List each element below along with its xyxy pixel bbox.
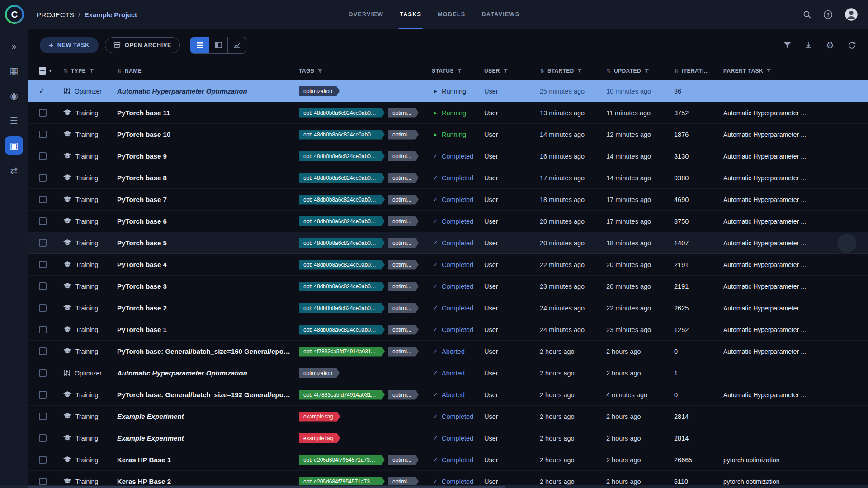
download-icon[interactable] — [804, 41, 812, 49]
sidebar-item-hyper-datasets[interactable]: ☰ — [5, 112, 23, 130]
row-checkbox[interactable] — [39, 131, 47, 138]
row-checkbox[interactable] — [39, 109, 47, 117]
column-header-updated[interactable]: ⇅UPDATED — [606, 68, 674, 74]
column-filter-icon[interactable] — [644, 68, 649, 73]
tag-pill[interactable]: opt: 48db0b8a6c824ce0ab06... — [299, 325, 385, 335]
table-row[interactable]: ✓ Training PyTorch base 3 opt: 48db0b8a6… — [28, 276, 868, 297]
new-task-button[interactable]: + NEW TASK — [40, 37, 99, 53]
sort-icon[interactable]: ⇅ — [117, 68, 122, 74]
task-name[interactable]: PyTorch base 1 — [117, 326, 167, 333]
tag-pill[interactable]: optimization — [299, 86, 340, 96]
column-filter-icon[interactable] — [766, 68, 771, 73]
table-row[interactable]: ✓ Training PyTorch base 6 opt: 48db0b8a6… — [28, 211, 868, 232]
table-row[interactable]: ✓ Optimizer Automatic Hyperparameter Opt… — [28, 362, 868, 384]
column-header-tags[interactable]: TAGS — [299, 68, 432, 74]
column-header-user[interactable]: USER — [484, 68, 540, 74]
tab-dataviews[interactable]: DATAVIEWS — [481, 0, 519, 29]
sort-icon[interactable]: ⇅ — [63, 68, 68, 74]
tag-pill[interactable]: opt: 48db0b8a6c824ce0ab06... — [299, 216, 385, 226]
column-header-name[interactable]: ⇅NAME — [116, 68, 299, 74]
table-row[interactable]: ✓ Training PyTorch base 2 opt: 48db0b8a6… — [28, 297, 868, 319]
tag-pill[interactable]: optimi... — [388, 455, 419, 465]
sidebar-item-pipelines[interactable]: ◉ — [5, 87, 23, 105]
tag-pill[interactable]: opt: 48db0b8a6c824ce0ab06... — [299, 303, 385, 313]
table-row[interactable]: ✓ Training PyTorch base 10 opt: 48db0b8a… — [28, 124, 868, 145]
task-name[interactable]: PyTorch base 6 — [117, 217, 167, 225]
row-checkbox[interactable] — [39, 456, 47, 464]
row-checkbox[interactable] — [39, 304, 47, 312]
tag-pill[interactable]: optimi... — [388, 130, 419, 140]
tag-pill[interactable]: example tag — [299, 433, 340, 443]
task-name[interactable]: Automatic Hyperparameter Optimization — [117, 369, 247, 377]
task-name[interactable]: Example Experiment — [117, 413, 184, 420]
clearml-logo[interactable]: C — [5, 5, 24, 24]
table-row[interactable]: ✓ Training PyTorch base: General/batch_s… — [28, 341, 868, 362]
row-checkbox[interactable] — [39, 261, 47, 268]
task-name[interactable]: PyTorch base 2 — [117, 304, 167, 312]
row-checkbox[interactable] — [39, 413, 47, 420]
tag-pill[interactable]: opt: 4f7833ca5fd74914a0311... — [299, 347, 385, 357]
row-checkbox[interactable] — [39, 434, 47, 442]
task-name[interactable]: Keras HP Base 1 — [117, 456, 171, 464]
tag-pill[interactable]: optimi... — [388, 238, 419, 248]
table-row[interactable]: ✓ Optimizer Automatic Hyperparameter Opt… — [28, 80, 868, 102]
task-name[interactable]: PyTorch base 10 — [117, 131, 170, 138]
tag-pill[interactable]: optimi... — [388, 347, 419, 357]
open-archive-button[interactable]: OPEN ARCHIVE — [105, 37, 180, 53]
task-name[interactable]: PyTorch base: General/batch_size=192 Gen… — [117, 391, 292, 399]
column-header-status[interactable]: STATUS — [432, 68, 484, 74]
row-checkbox[interactable] — [39, 174, 47, 182]
tag-pill[interactable]: optimi... — [388, 282, 419, 291]
select-all-checkbox[interactable] — [39, 67, 46, 75]
tag-pill[interactable]: optimization — [299, 368, 340, 378]
sidebar-item-experiments[interactable]: ▣ — [5, 136, 23, 155]
tag-pill[interactable]: opt: 48db0b8a6c824ce0ab06... — [299, 108, 385, 118]
tag-pill[interactable]: opt: 48db0b8a6c824ce0ab06... — [299, 151, 385, 161]
tag-pill[interactable]: optimi... — [388, 108, 419, 118]
tag-pill[interactable]: optimi... — [388, 195, 419, 205]
task-name[interactable]: Example Experiment — [117, 434, 184, 442]
sort-icon[interactable]: ⇅ — [540, 68, 544, 74]
table-row[interactable]: ✓ Training PyTorch base 7 opt: 48db0b8a6… — [28, 189, 868, 211]
task-name[interactable]: PyTorch base 5 — [117, 239, 167, 247]
table-row[interactable]: ✓ Training PyTorch base: General/batch_s… — [28, 384, 868, 406]
tag-pill[interactable]: opt: 4f7833ca5fd74914a0311... — [299, 390, 385, 400]
table-row[interactable]: ✓ Training PyTorch base 5 opt: 48db0b8a6… — [28, 232, 868, 254]
table-row[interactable]: ✓ Training PyTorch base 9 opt: 48db0b8a6… — [28, 145, 868, 167]
task-name[interactable]: PyTorch base 8 — [117, 174, 167, 182]
table-row[interactable]: ✓ Training Example Experiment example ta… — [28, 406, 868, 427]
table-view-toggle[interactable] — [190, 37, 209, 53]
horizontal-scrollbar[interactable] — [0, 485, 868, 488]
settings-gear-icon[interactable]: ⚙ — [826, 41, 834, 50]
tag-pill[interactable]: opt: 48db0b8a6c824ce0ab06... — [299, 130, 385, 140]
tag-pill[interactable]: optimi... — [388, 173, 419, 183]
task-name[interactable]: PyTorch base 9 — [117, 152, 167, 160]
tag-pill[interactable]: opt: 48db0b8a6c824ce0ab06... — [299, 260, 385, 270]
task-name[interactable]: PyTorch base 11 — [117, 109, 170, 117]
tag-pill[interactable]: opt: 48db0b8a6c824ce0ab06... — [299, 282, 385, 291]
tag-pill[interactable]: optimi... — [388, 390, 419, 400]
column-filter-icon[interactable] — [89, 68, 94, 73]
tag-pill[interactable]: example tag — [299, 412, 340, 422]
row-checkbox[interactable] — [39, 282, 47, 290]
horizontal-scrollbar-thumb[interactable] — [28, 486, 505, 488]
task-name[interactable]: PyTorch base: General/batch_size=160 Gen… — [117, 347, 292, 355]
row-checkbox[interactable] — [39, 478, 47, 485]
row-checkbox[interactable] — [39, 347, 47, 355]
tag-pill[interactable]: optimi... — [388, 260, 419, 270]
task-name[interactable]: PyTorch base 3 — [117, 282, 167, 290]
row-checkbox[interactable] — [39, 326, 47, 333]
sidebar-item-workers-queues[interactable]: ⇄ — [5, 161, 23, 179]
column-header-iterations[interactable]: ⇅ITERATI... — [674, 68, 723, 74]
table-row[interactable]: ✓ Training PyTorch base 1 opt: 48db0b8a6… — [28, 319, 868, 341]
tab-models[interactable]: MODELS — [438, 0, 465, 29]
split-view-toggle[interactable] — [209, 37, 227, 53]
row-checkbox[interactable] — [39, 369, 47, 377]
tag-pill[interactable]: opt: e205d684f7954571a7309... — [299, 455, 385, 465]
tag-pill[interactable]: opt: 48db0b8a6c824ce0ab06... — [299, 195, 385, 205]
column-header-started[interactable]: ⇅STARTED — [540, 68, 606, 74]
row-checkbox[interactable] — [39, 391, 47, 399]
table-row[interactable]: ✓ Training PyTorch base 8 opt: 48db0b8a6… — [28, 167, 868, 189]
breadcrumb-projects[interactable]: PROJECTS — [37, 11, 74, 19]
auto-refresh-icon[interactable] — [848, 41, 856, 50]
